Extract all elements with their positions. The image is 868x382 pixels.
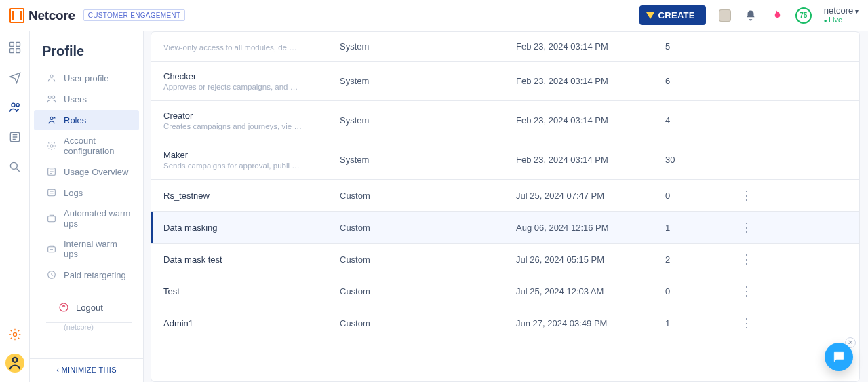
sidebar-item-icon xyxy=(46,94,57,104)
table-row[interactable]: MakerSends campaigns for approval, publi… xyxy=(151,140,859,180)
svg-point-14 xyxy=(50,145,53,147)
row-actions-icon[interactable]: ⋮ xyxy=(733,317,760,329)
sidebar-logout-sub: (netcore) xyxy=(64,323,132,331)
sidebar-item-icon xyxy=(46,166,57,177)
row-date: Feb 23, 2024 03:14 PM xyxy=(516,76,665,86)
row-type: System xyxy=(340,155,516,165)
sidebar-item-label: Users xyxy=(64,94,87,104)
whats-hot-icon[interactable] xyxy=(770,9,783,22)
sidebar-item-icon xyxy=(46,269,57,280)
table-row[interactable]: Admin1CustomJun 27, 2024 03:49 PM1⋮ xyxy=(151,307,859,339)
profile-avatar-icon[interactable] xyxy=(718,9,732,22)
row-name: Rs_testnew xyxy=(163,191,340,201)
row-type: System xyxy=(340,41,516,52)
tenant-name: netcore xyxy=(824,6,859,16)
topbar-right: 75 netcore Live xyxy=(718,6,859,24)
notifications-icon[interactable] xyxy=(744,9,757,22)
sidebar-item-icon xyxy=(46,213,57,224)
rail-campaigns-icon[interactable] xyxy=(7,69,23,85)
rail-audience-icon[interactable] xyxy=(7,99,23,115)
row-name: Test xyxy=(163,286,340,297)
sidebar-item-user-profile[interactable]: User profile xyxy=(34,68,139,88)
row-actions-icon[interactable]: ⋮ xyxy=(733,189,760,202)
svg-point-8 xyxy=(13,333,16,337)
sidebar-item-label: Internal warm ups xyxy=(64,239,132,259)
svg-point-7 xyxy=(10,162,17,169)
svg-rect-16 xyxy=(48,189,56,195)
row-actions-icon[interactable]: ⋮ xyxy=(733,253,760,265)
row-type: Custom xyxy=(340,223,516,233)
svg-point-10 xyxy=(50,75,53,77)
rail-analytics-icon[interactable] xyxy=(7,159,23,175)
sidebar-item-icon xyxy=(46,187,57,198)
create-button[interactable]: CREATE xyxy=(639,5,706,25)
row-count: 0 xyxy=(665,191,733,201)
row-type: System xyxy=(340,76,516,86)
rail-support-icon[interactable] xyxy=(5,354,24,373)
logo-text: Netcore xyxy=(28,8,75,23)
sidebar-logout-label: Logout xyxy=(76,303,103,313)
row-actions-icon[interactable]: ⋮ xyxy=(733,285,760,297)
row-count: 30 xyxy=(665,155,733,165)
score-badge[interactable]: 75 xyxy=(795,7,812,24)
row-type: Custom xyxy=(340,191,516,201)
table-row[interactable]: CheckerApproves or rejects campaigns, an… xyxy=(151,62,859,101)
row-name: Creator xyxy=(163,111,340,121)
sidebar-item-label: User profile xyxy=(64,73,108,83)
row-type: System xyxy=(340,115,516,126)
sidebar-item-usage-overview[interactable]: Usage Overview xyxy=(34,161,139,182)
logo[interactable]: Netcore xyxy=(9,8,75,23)
sidebar-item-logs[interactable]: Logs xyxy=(34,183,139,203)
row-date: Feb 23, 2024 03:14 PM xyxy=(516,115,665,126)
row-desc: Sends campaigns for approval, publi … xyxy=(163,161,340,170)
row-name: Admin1 xyxy=(163,318,340,328)
table-row[interactable]: View-only access to all modules, de …Sys… xyxy=(151,32,859,62)
row-count: 6 xyxy=(665,76,733,86)
rail-content-icon[interactable] xyxy=(7,129,23,145)
sidebar-item-users[interactable]: Users xyxy=(34,89,139,109)
sidebar-item-internal-warm-ups[interactable]: Internal warm ups xyxy=(34,234,139,264)
sidebar-item-roles[interactable]: Roles xyxy=(34,110,139,130)
table-row[interactable]: Data mask testCustomJul 26, 2024 05:15 P… xyxy=(151,244,859,275)
sidebar-item-automated-warm-ups[interactable]: Automated warm ups xyxy=(34,204,139,233)
row-count: 5 xyxy=(665,41,733,52)
sidebar-minimize[interactable]: MINIMIZE THIS xyxy=(30,358,143,382)
sidebar-item-icon xyxy=(46,73,57,83)
row-date: Aug 06, 2024 12:16 PM xyxy=(516,223,665,233)
rail-settings-icon[interactable] xyxy=(7,326,23,343)
row-date: Feb 23, 2024 03:14 PM xyxy=(516,155,665,165)
sidebar-item-paid-retargeting[interactable]: Paid retargeting xyxy=(34,265,139,285)
svg-point-11 xyxy=(48,96,51,98)
logo-mark-icon xyxy=(9,8,24,23)
row-type: Custom xyxy=(340,286,516,297)
svg-rect-2 xyxy=(9,49,14,53)
row-desc: Creates campaigns and journeys, vie … xyxy=(163,122,340,130)
rail-dashboard-icon[interactable] xyxy=(7,39,23,56)
row-desc: Approves or rejects campaigns, and … xyxy=(163,83,340,91)
row-type: Custom xyxy=(340,318,516,328)
table-row[interactable]: Rs_testnewCustomJul 25, 2024 07:47 PM0⋮ xyxy=(151,180,859,212)
row-date: Jul 25, 2024 07:47 PM xyxy=(516,191,665,201)
topbar: Netcore CUSTOMER ENGAGEMENT CREATE 75 ne… xyxy=(0,0,868,31)
sidebar-item-label: Account configuration xyxy=(64,136,132,156)
product-tag: CUSTOMER ENGAGEMENT xyxy=(83,9,186,21)
row-desc: View-only access to all modules, de … xyxy=(163,43,340,52)
tenant-switcher[interactable]: netcore Live xyxy=(824,6,859,24)
sidebar-item-icon xyxy=(46,244,57,254)
table-row[interactable]: CreatorCreates campaigns and journeys, v… xyxy=(151,101,859,140)
sidebar-item-account-configuration[interactable]: Account configuration xyxy=(34,131,139,161)
tenant-status: Live xyxy=(824,16,859,24)
row-count: 0 xyxy=(665,286,733,297)
chat-bubble[interactable] xyxy=(825,343,853,371)
roles-table: View-only access to all modules, de …Sys… xyxy=(151,31,860,382)
row-actions-icon[interactable]: ⋮ xyxy=(733,221,760,233)
table-row[interactable]: TestCustomJul 25, 2024 12:03 AM0⋮ xyxy=(151,275,859,307)
svg-point-9 xyxy=(12,358,17,362)
row-date: Jun 27, 2024 03:49 PM xyxy=(516,318,665,328)
sidebar-logout[interactable]: Logout (netcore) xyxy=(34,288,139,336)
table-row[interactable]: Data maskingCustomAug 06, 2024 12:16 PM1… xyxy=(151,212,859,244)
sidebar-item-label: Logs xyxy=(64,188,83,198)
row-count: 1 xyxy=(665,318,733,328)
svg-rect-1 xyxy=(16,43,20,47)
svg-rect-17 xyxy=(48,216,56,222)
